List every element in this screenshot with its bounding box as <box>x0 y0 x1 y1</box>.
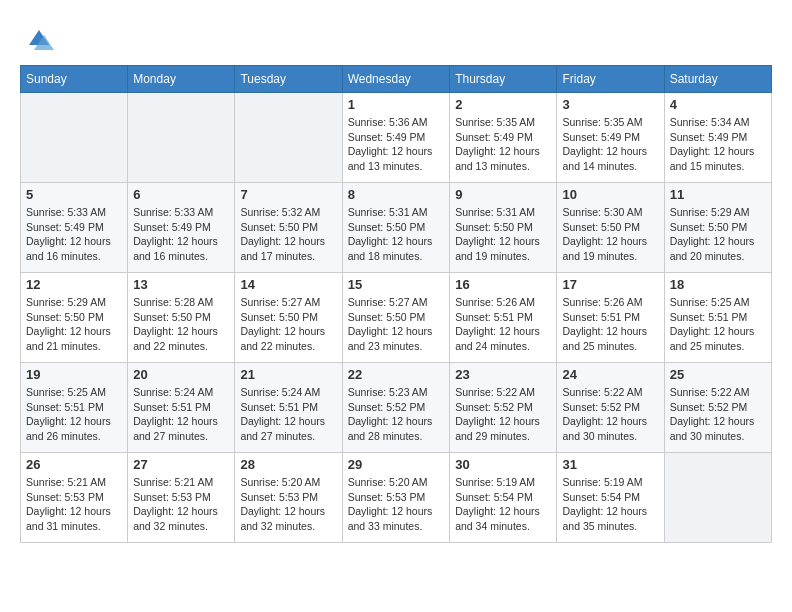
day-info: Sunrise: 5:33 AMSunset: 5:49 PMDaylight:… <box>26 205 122 264</box>
day-number: 18 <box>670 277 766 292</box>
day-info: Sunrise: 5:20 AMSunset: 5:53 PMDaylight:… <box>240 475 336 534</box>
calendar-cell: 9Sunrise: 5:31 AMSunset: 5:50 PMDaylight… <box>450 183 557 273</box>
calendar-cell <box>235 93 342 183</box>
day-info: Sunrise: 5:22 AMSunset: 5:52 PMDaylight:… <box>670 385 766 444</box>
calendar-week-5: 26Sunrise: 5:21 AMSunset: 5:53 PMDayligh… <box>21 453 772 543</box>
calendar-cell: 16Sunrise: 5:26 AMSunset: 5:51 PMDayligh… <box>450 273 557 363</box>
day-info: Sunrise: 5:29 AMSunset: 5:50 PMDaylight:… <box>26 295 122 354</box>
calendar-cell: 31Sunrise: 5:19 AMSunset: 5:54 PMDayligh… <box>557 453 664 543</box>
calendar-cell: 29Sunrise: 5:20 AMSunset: 5:53 PMDayligh… <box>342 453 450 543</box>
day-info: Sunrise: 5:23 AMSunset: 5:52 PMDaylight:… <box>348 385 445 444</box>
day-info: Sunrise: 5:35 AMSunset: 5:49 PMDaylight:… <box>562 115 658 174</box>
day-number: 1 <box>348 97 445 112</box>
day-number: 13 <box>133 277 229 292</box>
calendar-cell: 10Sunrise: 5:30 AMSunset: 5:50 PMDayligh… <box>557 183 664 273</box>
day-number: 3 <box>562 97 658 112</box>
day-number: 8 <box>348 187 445 202</box>
calendar-cell: 15Sunrise: 5:27 AMSunset: 5:50 PMDayligh… <box>342 273 450 363</box>
day-number: 25 <box>670 367 766 382</box>
calendar-cell: 2Sunrise: 5:35 AMSunset: 5:49 PMDaylight… <box>450 93 557 183</box>
day-info: Sunrise: 5:22 AMSunset: 5:52 PMDaylight:… <box>455 385 551 444</box>
day-info: Sunrise: 5:36 AMSunset: 5:49 PMDaylight:… <box>348 115 445 174</box>
calendar-cell: 26Sunrise: 5:21 AMSunset: 5:53 PMDayligh… <box>21 453 128 543</box>
day-info: Sunrise: 5:32 AMSunset: 5:50 PMDaylight:… <box>240 205 336 264</box>
day-info: Sunrise: 5:26 AMSunset: 5:51 PMDaylight:… <box>455 295 551 354</box>
calendar-header-row: SundayMondayTuesdayWednesdayThursdayFrid… <box>21 66 772 93</box>
day-number: 14 <box>240 277 336 292</box>
day-number: 7 <box>240 187 336 202</box>
calendar-cell: 22Sunrise: 5:23 AMSunset: 5:52 PMDayligh… <box>342 363 450 453</box>
day-info: Sunrise: 5:21 AMSunset: 5:53 PMDaylight:… <box>133 475 229 534</box>
calendar-cell: 25Sunrise: 5:22 AMSunset: 5:52 PMDayligh… <box>664 363 771 453</box>
weekday-header-wednesday: Wednesday <box>342 66 450 93</box>
calendar-cell: 18Sunrise: 5:25 AMSunset: 5:51 PMDayligh… <box>664 273 771 363</box>
day-info: Sunrise: 5:31 AMSunset: 5:50 PMDaylight:… <box>455 205 551 264</box>
calendar-cell <box>21 93 128 183</box>
calendar-cell: 5Sunrise: 5:33 AMSunset: 5:49 PMDaylight… <box>21 183 128 273</box>
calendar-cell <box>664 453 771 543</box>
day-number: 12 <box>26 277 122 292</box>
calendar-cell: 27Sunrise: 5:21 AMSunset: 5:53 PMDayligh… <box>128 453 235 543</box>
calendar-cell: 13Sunrise: 5:28 AMSunset: 5:50 PMDayligh… <box>128 273 235 363</box>
day-number: 2 <box>455 97 551 112</box>
day-info: Sunrise: 5:26 AMSunset: 5:51 PMDaylight:… <box>562 295 658 354</box>
day-number: 9 <box>455 187 551 202</box>
calendar-cell: 24Sunrise: 5:22 AMSunset: 5:52 PMDayligh… <box>557 363 664 453</box>
day-info: Sunrise: 5:19 AMSunset: 5:54 PMDaylight:… <box>562 475 658 534</box>
weekday-header-sunday: Sunday <box>21 66 128 93</box>
day-info: Sunrise: 5:33 AMSunset: 5:49 PMDaylight:… <box>133 205 229 264</box>
day-number: 29 <box>348 457 445 472</box>
day-number: 16 <box>455 277 551 292</box>
calendar-cell <box>128 93 235 183</box>
day-number: 11 <box>670 187 766 202</box>
calendar-cell: 4Sunrise: 5:34 AMSunset: 5:49 PMDaylight… <box>664 93 771 183</box>
day-number: 31 <box>562 457 658 472</box>
day-number: 20 <box>133 367 229 382</box>
day-info: Sunrise: 5:19 AMSunset: 5:54 PMDaylight:… <box>455 475 551 534</box>
calendar-cell: 30Sunrise: 5:19 AMSunset: 5:54 PMDayligh… <box>450 453 557 543</box>
day-info: Sunrise: 5:31 AMSunset: 5:50 PMDaylight:… <box>348 205 445 264</box>
day-number: 5 <box>26 187 122 202</box>
day-info: Sunrise: 5:34 AMSunset: 5:49 PMDaylight:… <box>670 115 766 174</box>
day-number: 6 <box>133 187 229 202</box>
day-info: Sunrise: 5:24 AMSunset: 5:51 PMDaylight:… <box>133 385 229 444</box>
calendar-cell: 6Sunrise: 5:33 AMSunset: 5:49 PMDaylight… <box>128 183 235 273</box>
day-info: Sunrise: 5:35 AMSunset: 5:49 PMDaylight:… <box>455 115 551 174</box>
day-number: 10 <box>562 187 658 202</box>
day-info: Sunrise: 5:22 AMSunset: 5:52 PMDaylight:… <box>562 385 658 444</box>
calendar-week-1: 1Sunrise: 5:36 AMSunset: 5:49 PMDaylight… <box>21 93 772 183</box>
calendar-cell: 21Sunrise: 5:24 AMSunset: 5:51 PMDayligh… <box>235 363 342 453</box>
calendar-table: SundayMondayTuesdayWednesdayThursdayFrid… <box>20 65 772 543</box>
calendar-cell: 20Sunrise: 5:24 AMSunset: 5:51 PMDayligh… <box>128 363 235 453</box>
day-number: 28 <box>240 457 336 472</box>
day-number: 4 <box>670 97 766 112</box>
calendar-cell: 7Sunrise: 5:32 AMSunset: 5:50 PMDaylight… <box>235 183 342 273</box>
day-info: Sunrise: 5:28 AMSunset: 5:50 PMDaylight:… <box>133 295 229 354</box>
day-info: Sunrise: 5:24 AMSunset: 5:51 PMDaylight:… <box>240 385 336 444</box>
day-number: 22 <box>348 367 445 382</box>
day-info: Sunrise: 5:21 AMSunset: 5:53 PMDaylight:… <box>26 475 122 534</box>
calendar-week-3: 12Sunrise: 5:29 AMSunset: 5:50 PMDayligh… <box>21 273 772 363</box>
logo-icon <box>24 25 54 55</box>
day-info: Sunrise: 5:27 AMSunset: 5:50 PMDaylight:… <box>348 295 445 354</box>
logo <box>20 25 54 55</box>
day-info: Sunrise: 5:30 AMSunset: 5:50 PMDaylight:… <box>562 205 658 264</box>
day-number: 19 <box>26 367 122 382</box>
day-info: Sunrise: 5:25 AMSunset: 5:51 PMDaylight:… <box>26 385 122 444</box>
calendar-cell: 19Sunrise: 5:25 AMSunset: 5:51 PMDayligh… <box>21 363 128 453</box>
calendar-cell: 28Sunrise: 5:20 AMSunset: 5:53 PMDayligh… <box>235 453 342 543</box>
day-number: 15 <box>348 277 445 292</box>
day-info: Sunrise: 5:27 AMSunset: 5:50 PMDaylight:… <box>240 295 336 354</box>
weekday-header-monday: Monday <box>128 66 235 93</box>
calendar-cell: 12Sunrise: 5:29 AMSunset: 5:50 PMDayligh… <box>21 273 128 363</box>
day-info: Sunrise: 5:25 AMSunset: 5:51 PMDaylight:… <box>670 295 766 354</box>
calendar-cell: 14Sunrise: 5:27 AMSunset: 5:50 PMDayligh… <box>235 273 342 363</box>
calendar-cell: 1Sunrise: 5:36 AMSunset: 5:49 PMDaylight… <box>342 93 450 183</box>
weekday-header-friday: Friday <box>557 66 664 93</box>
day-number: 26 <box>26 457 122 472</box>
weekday-header-saturday: Saturday <box>664 66 771 93</box>
calendar-cell: 17Sunrise: 5:26 AMSunset: 5:51 PMDayligh… <box>557 273 664 363</box>
day-number: 24 <box>562 367 658 382</box>
header <box>20 20 772 55</box>
calendar-week-4: 19Sunrise: 5:25 AMSunset: 5:51 PMDayligh… <box>21 363 772 453</box>
